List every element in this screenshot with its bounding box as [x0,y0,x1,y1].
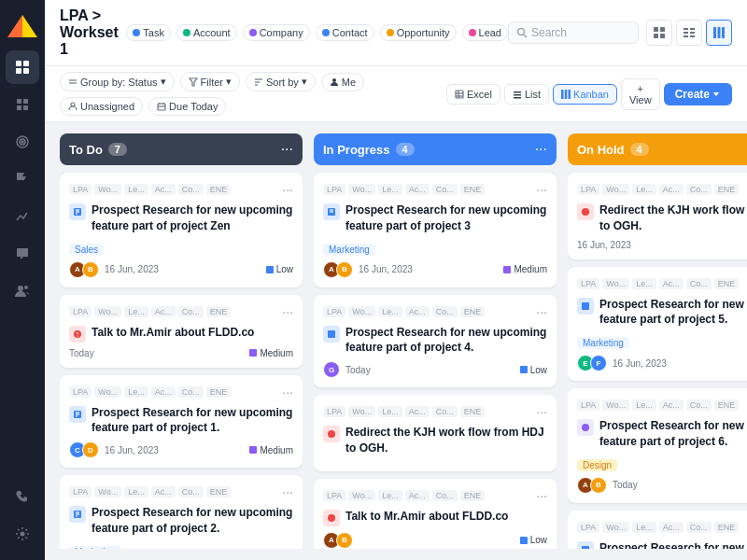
inprogress-more[interactable]: ··· [535,141,547,158]
svg-point-70 [328,514,335,522]
onhold-header: On Hold 4 ··· [568,133,747,165]
grid-view-btn[interactable] [646,20,672,46]
card-more-btn[interactable]: ··· [282,182,293,197]
svg-rect-6 [23,68,29,74]
card-category: Marketing [577,337,629,349]
avatar: B [82,261,99,278]
type-opportunity[interactable]: Opportunity [380,24,457,41]
card-date: Today [345,365,371,375]
filter-btn[interactable]: Filter ▾ [180,72,240,91]
sort-icon [254,77,263,87]
search-box[interactable]: Search [508,21,639,44]
kanban-view-btn[interactable] [706,20,732,46]
list-btn[interactable]: List [504,84,549,105]
table-row[interactable]: LPA Wo... Le... Ac... Co... ENE ··· [60,375,303,469]
table-row[interactable]: LPA Wo... Le... Ac... Co... ENE ··· [568,388,747,503]
type-account[interactable]: Account [176,24,237,41]
svg-point-34 [332,78,336,82]
sort-btn[interactable]: Sort by ▾ [246,72,316,91]
svg-line-14 [524,35,527,37]
filter-left: Group by: Status ▾ Filter ▾ Sort by ▾ Me… [60,72,446,116]
due-today-filter[interactable]: Due Today [148,97,226,116]
card-more-btn[interactable]: ··· [536,404,547,419]
table-row[interactable]: LPA Wo... Le... Ac... Co... ENE ··· [314,173,557,287]
priority-badge: Low [520,365,547,375]
todo-more[interactable]: ··· [281,141,293,158]
table-row[interactable]: LPA Wo... Le... Ac... Co... ENE ··· [568,173,747,259]
card-more-btn[interactable]: ··· [536,182,547,197]
avatar: D [82,441,99,458]
topbar: LPA > Workset 1 Task Account Company Con… [45,0,747,66]
todo-header: To Do 7 ··· [60,133,303,165]
svg-rect-44 [514,91,521,93]
card-more-btn[interactable]: ··· [536,304,547,319]
sidebar-flag[interactable] [6,162,39,196]
avatar: B [336,532,353,549]
svg-rect-15 [654,27,658,32]
filter-icon [189,77,198,87]
svg-rect-18 [660,34,665,38]
card-footer: A B Low [323,532,547,549]
table-row[interactable]: LPA Wo... Le... Ac... Co... ENE ··· [60,295,303,368]
card-date: Today [613,480,638,490]
type-lead[interactable]: Lead [462,24,508,41]
footer-left: C D 16 Jun, 2023 [69,441,159,458]
excel-btn[interactable]: Excel [446,84,500,105]
priority-badge: Low [520,535,547,545]
kanban-btn[interactable]: Kanban [553,84,617,105]
sidebar-chart[interactable] [6,200,39,233]
card-more-btn[interactable]: ··· [282,304,293,319]
avatars: A B [323,261,353,278]
onhold-header-left: On Hold 4 [577,143,649,157]
card-date: Today [69,348,94,358]
sidebar-settings[interactable] [6,517,39,551]
sidebar-phone[interactable] [6,480,39,513]
table-row[interactable]: LPA Wo... Le... Ac... Co... ENE ··· [314,295,557,388]
footer-left: A B [323,532,353,549]
todo-header-left: To Do 7 [69,143,127,157]
create-btn[interactable]: Create [664,83,732,105]
svg-point-71 [582,208,589,216]
meta-tags: LPA Wo... Le... Ac... Co... ENE [323,184,485,195]
card-title: Prospect Research for new upcoming featu… [69,505,293,537]
type-contact[interactable]: Contact [316,24,374,41]
sidebar-target[interactable] [6,125,39,159]
card-footer: E F 16 Jun, 2023 Low [577,355,747,371]
meta-tags: LPA Wo... Le... Ac... Co... ENE [577,522,739,533]
group-by-filter[interactable]: Group by: Status ▾ [60,72,175,91]
card-more-btn[interactable]: ··· [536,488,547,503]
view-btn[interactable]: + View [621,78,660,110]
svg-rect-24 [690,35,695,37]
sidebar-grid[interactable] [6,88,39,121]
list-view-btn[interactable] [676,20,702,46]
card-title: Prospect Research for new upcoming featu… [323,325,547,357]
sidebar-chat[interactable] [6,237,39,271]
table-row[interactable]: LPA Wo... Le... Ac... Co... ENE ··· [314,395,557,471]
group-icon [68,77,78,87]
table-row[interactable]: LPA Wo... Le... Ac... Co... ENE ··· [60,173,303,287]
card-more-btn[interactable]: ··· [282,385,293,399]
card-more-btn[interactable]: ··· [282,484,293,499]
card-date: 16 Jun, 2023 [577,240,631,250]
me-filter[interactable]: Me [321,73,364,91]
priority-dot [249,349,257,357]
type-company[interactable]: Company [243,24,310,41]
table-row[interactable]: LPA Wo... Le... Ac... Co... ENE ··· [314,479,557,549]
priority-dot [520,537,528,544]
card-meta: LPA Wo... Le... Ac... Co... ENE ··· [323,404,547,419]
avatars: A B [577,477,607,494]
card-title: Redirect the KJH work flow from HDJ to O… [323,425,547,456]
card-type-icon [323,510,340,526]
type-task[interactable]: Task [126,24,171,41]
sidebar-users[interactable] [6,274,39,308]
footer-left: A B Today [577,477,638,494]
sidebar-home[interactable] [6,50,39,84]
footer-left: A B 16 Jun, 2023 [69,261,159,278]
table-row[interactable]: LPA Wo... Le... Ac... Co... ENE ··· [568,511,747,549]
table-row[interactable]: LPA Wo... Le... Ac... Co... ENE ··· [568,267,747,382]
card-type-icon [577,419,594,436]
unassigned-filter[interactable]: Unassigned [60,97,143,116]
svg-rect-72 [582,302,589,310]
onhold-title: On Hold [577,143,625,157]
table-row[interactable]: LPA Wo... Le... Ac... Co... ENE ··· [60,475,303,549]
